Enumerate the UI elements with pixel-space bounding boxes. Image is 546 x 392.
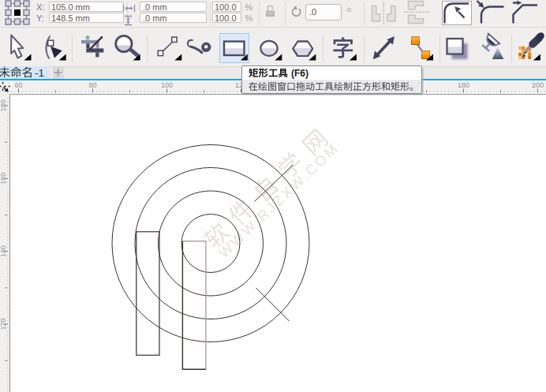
svg-text:WWW.RJZXW.COM: WWW.RJZXW.COM [215, 140, 342, 261]
svg-text:140: 140 [0, 245, 7, 257]
svg-text:180: 180 [458, 81, 469, 89]
svg-text:200: 200 [532, 81, 544, 89]
svg-text:160: 160 [0, 173, 7, 185]
svg-text:-1: -1 [35, 67, 44, 79]
svg-text:80: 80 [88, 81, 96, 89]
svg-text:100: 100 [161, 81, 173, 89]
svg-text:(F6): (F6) [291, 68, 309, 79]
svg-text:60: 60 [14, 81, 22, 89]
svg-text:120: 120 [0, 318, 7, 330]
svg-text:180: 180 [0, 99, 7, 111]
